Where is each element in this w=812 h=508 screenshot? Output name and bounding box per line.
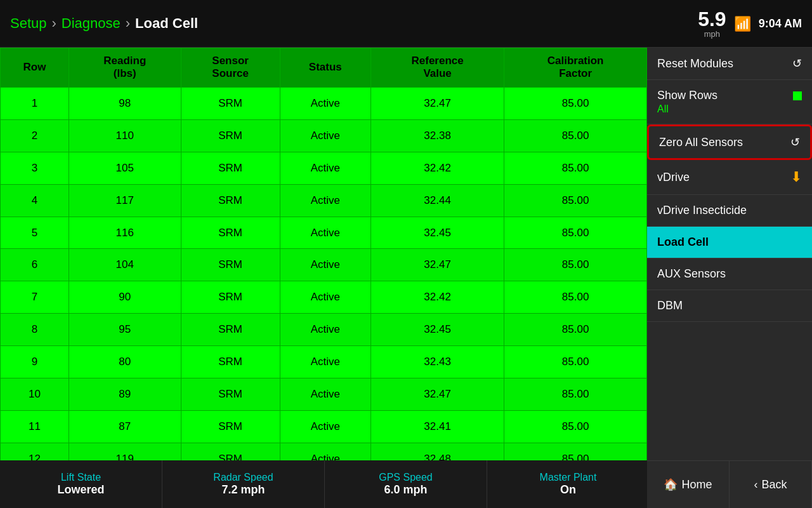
table-cell: 116 [69,217,181,249]
speed-value: 5.9 [698,9,726,29]
statusbar: 5.9 mph 📶 9:04 AM [647,0,812,48]
table-cell: 8 [1,314,69,346]
lift-state-cell: Lift State Lowered [0,460,162,508]
table-cell: 1 [1,87,69,119]
col-header-row: Row [1,48,69,88]
table-cell: SRM [181,152,280,184]
table-cell: 32.38 [371,119,504,152]
table-body: 198SRMActive32.4785.002110SRMActive32.38… [1,87,647,507]
breadcrumb-setup[interactable]: Setup [10,15,47,32]
back-button[interactable]: ‹ Back [730,461,812,508]
breadcrumb-diagnose[interactable]: Diagnose [62,15,121,32]
col-header-source: SensorSource [181,48,280,88]
table-cell: 104 [69,249,181,281]
table-cell: 5 [1,217,69,249]
table-cell: Active [280,378,370,411]
vdrive-insecticide-label: vDrive Insecticide [657,204,747,217]
table-cell: 32.47 [371,87,504,119]
nav-buttons: 🏠 Home ‹ Back [647,460,812,508]
col-header-reading: Reading(lbs) [69,48,181,88]
table-cell: 110 [69,119,181,152]
zero-all-sensors-button[interactable]: Zero All Sensors ↺ [647,124,812,160]
table-cell: 32.41 [371,411,504,443]
show-rows-button[interactable]: Show Rows All [647,80,812,124]
radar-speed-value: 7.2 mph [221,483,265,497]
table-cell: SRM [181,281,280,314]
bottombar: Lift State Lowered Radar Speed 7.2 mph G… [0,460,812,508]
table-cell: 32.47 [371,249,504,281]
speed-display: 5.9 mph [698,9,726,39]
breadcrumb-current: Load Cell [135,15,198,32]
reset-modules-button[interactable]: Reset Modules ↺ [647,48,812,80]
table-cell: 85.00 [504,378,647,411]
col-header-reference: ReferenceValue [371,48,504,88]
gps-speed-label: GPS Speed [379,472,433,483]
table-cell: Active [280,411,370,443]
table-row: 2110SRMActive32.3885.00 [1,119,647,152]
radar-speed-label: Radar Speed [213,472,273,483]
table-cell: SRM [181,346,280,378]
table-cell: 85.00 [504,281,647,314]
table-cell: 87 [69,411,181,443]
dbm-label: DBM [657,299,683,312]
table-row: 1187SRMActive32.4185.00 [1,411,647,443]
table-cell: 7 [1,281,69,314]
show-rows-value: All [657,104,669,115]
signal-icon: 📶 [734,16,751,32]
vdrive-button[interactable]: vDrive ⬇ [647,160,812,195]
table-cell: SRM [181,217,280,249]
main-content: Row Reading(lbs) SensorSource Status Ref… [0,48,812,508]
vdrive-icon: ⬇ [790,169,802,185]
load-cell-button[interactable]: Load Cell [647,227,812,258]
gps-speed-cell: GPS Speed 6.0 mph [325,460,487,508]
table-cell: SRM [181,411,280,443]
table-cell: 85.00 [504,119,647,152]
master-plant-label: Master Plant [540,472,597,483]
table-cell: 32.47 [371,378,504,411]
radar-speed-cell: Radar Speed 7.2 mph [162,460,325,508]
table-cell: 32.43 [371,346,504,378]
table-cell: Active [280,314,370,346]
vdrive-insecticide-button[interactable]: vDrive Insecticide [647,195,812,227]
reset-modules-icon: ↺ [792,57,802,70]
home-label: Home [681,478,712,491]
breadcrumb-sep-2: › [126,15,130,32]
table-cell: 32.45 [371,314,504,346]
speed-unit: mph [704,29,720,39]
back-label: Back [761,478,787,491]
show-rows-label: Show Rows [657,89,717,102]
table-cell: 80 [69,346,181,378]
time-display: 9:04 AM [759,17,802,30]
topbar: Setup › Diagnose › Load Cell 5.9 mph 📶 9… [0,0,812,48]
table-cell: 95 [69,314,181,346]
table-row: 895SRMActive32.4585.00 [1,314,647,346]
table-cell: 2 [1,119,69,152]
sidebar: Reset Modules ↺ Show Rows All Zero All S… [647,48,812,508]
aux-sensors-label: AUX Sensors [657,267,726,281]
table-cell: 85.00 [504,184,647,217]
table-cell: 11 [1,411,69,443]
gps-speed-value: 6.0 mph [384,483,427,497]
col-header-calibration: CalibrationFactor [504,48,647,88]
col-header-status: Status [280,48,370,88]
table-cell: SRM [181,378,280,411]
load-cell-table: Row Reading(lbs) SensorSource Status Ref… [0,48,647,508]
table-cell: Active [280,152,370,184]
home-button[interactable]: 🏠 Home [647,461,730,508]
table-cell: Active [280,281,370,314]
table-row: 6104SRMActive32.4785.00 [1,249,647,281]
reset-modules-label: Reset Modules [657,57,733,70]
table-cell: SRM [181,314,280,346]
dbm-button[interactable]: DBM [647,290,812,322]
table-cell: SRM [181,87,280,119]
table-cell: SRM [181,184,280,217]
table-cell: 85.00 [504,249,647,281]
table-cell: 3 [1,152,69,184]
aux-sensors-button[interactable]: AUX Sensors [647,258,812,290]
table-area: Row Reading(lbs) SensorSource Status Ref… [0,48,647,508]
show-rows-indicator [793,91,802,100]
table-row: 980SRMActive32.4385.00 [1,346,647,378]
table-cell: 32.44 [371,184,504,217]
table-cell: Active [280,217,370,249]
master-plant-cell: Master Plant On [487,460,650,508]
